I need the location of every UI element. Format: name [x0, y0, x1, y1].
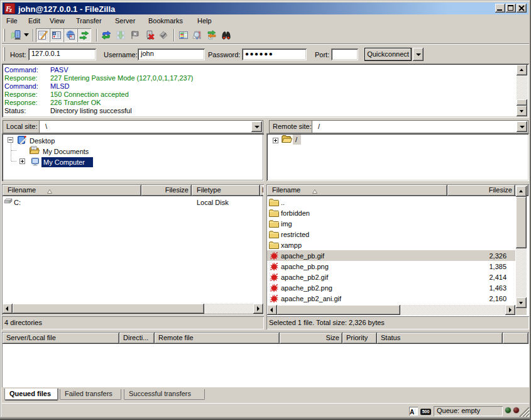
- svg-text:A: A: [410, 409, 414, 416]
- svg-text:z: z: [9, 6, 12, 13]
